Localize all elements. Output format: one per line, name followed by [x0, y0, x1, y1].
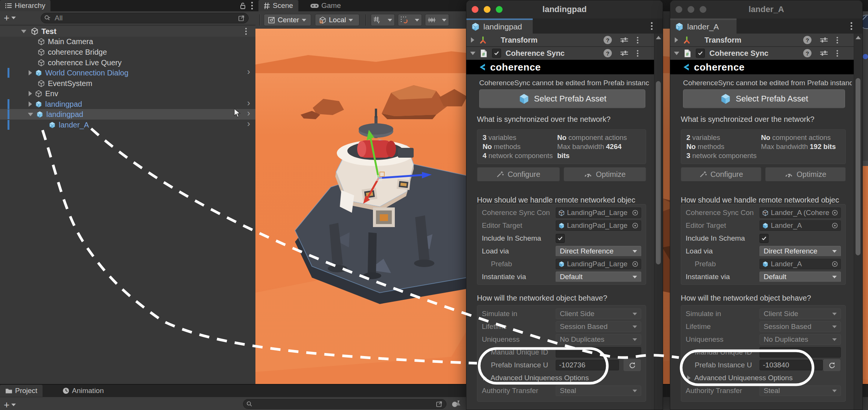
increment-snap-dropdown[interactable]: [425, 14, 449, 26]
hierarchy-item-coherence-live-query[interactable]: coherence Live Query: [0, 57, 255, 68]
asset-visibility-icon[interactable]: [451, 399, 461, 408]
hierarchy-search-input[interactable]: All: [41, 13, 249, 23]
load-via-dropdown[interactable]: Direct Reference: [760, 246, 841, 256]
create-object-button[interactable]: +: [4, 12, 16, 23]
kebab-menu-icon[interactable]: [637, 36, 639, 44]
kebab-menu-icon[interactable]: [836, 36, 838, 44]
advanced-uniqueness-foldout[interactable]: Advanced Uniqueness Options: [482, 372, 641, 384]
editor-target-object-field[interactable]: LandingPad_Large: [556, 220, 641, 231]
scroll-up-arrow[interactable]: [854, 36, 862, 39]
authority-transfer-dropdown[interactable]: Steal: [760, 385, 841, 396]
tab-game[interactable]: Game: [305, 0, 346, 11]
tab-scene[interactable]: Scene: [258, 0, 298, 11]
foldout-expanded-icon[interactable]: [28, 113, 33, 116]
simulate-in-dropdown[interactable]: Client Side: [760, 309, 841, 319]
grid-visibility-dropdown[interactable]: Y: [371, 14, 395, 26]
prefab-arrow-icon[interactable]: ›: [247, 99, 250, 107]
kebab-menu-icon[interactable]: [850, 21, 853, 31]
scroll-up-arrow[interactable]: [654, 36, 663, 39]
prefab-arrow-icon[interactable]: ›: [247, 109, 250, 117]
help-icon[interactable]: ?: [803, 49, 811, 57]
include-in-schema-checkbox[interactable]: [556, 234, 565, 243]
sync-config-object-field[interactable]: LandingPad_Large: [556, 207, 641, 218]
scrollbar-thumb[interactable]: [856, 78, 860, 255]
transform-component-header[interactable]: Transform ?: [670, 34, 854, 47]
transform-component-header[interactable]: Transform ?: [466, 34, 654, 47]
object-picker-icon[interactable]: [632, 209, 639, 216]
kebab-menu-icon[interactable]: [836, 49, 838, 57]
tab-project[interactable]: Project: [0, 385, 43, 397]
tool-handle-rotation-dropdown[interactable]: Local: [315, 14, 359, 26]
hierarchy-item-eventsystem[interactable]: EventSystem: [0, 78, 255, 89]
hierarchy-item-env[interactable]: Env: [0, 88, 255, 99]
advanced-uniqueness-foldout[interactable]: Advanced Uniqueness Options: [686, 372, 841, 384]
uniqueness-dropdown[interactable]: No Duplicates: [760, 334, 841, 345]
foldout-expanded-icon[interactable]: [21, 30, 26, 33]
grid-snapping-dropdown[interactable]: [398, 14, 422, 26]
help-icon[interactable]: ?: [604, 36, 612, 44]
sync-config-object-field[interactable]: Lander_A (Coheren: [760, 207, 841, 218]
help-icon[interactable]: ?: [803, 36, 811, 44]
presets-icon[interactable]: [820, 37, 828, 43]
instantiate-via-dropdown[interactable]: Default: [760, 272, 841, 282]
manual-unique-id-input[interactable]: [760, 347, 841, 358]
window-titlebar[interactable]: lander_A: [670, 0, 862, 19]
tab-hierarchy[interactable]: Hierarchy: [0, 0, 50, 11]
prefab-arrow-icon[interactable]: ›: [247, 68, 250, 75]
presets-icon[interactable]: [620, 37, 628, 43]
foldout-collapsed-icon[interactable]: [29, 70, 32, 75]
hierarchy-item-world-connection-dialog[interactable]: World Connection Dialog ›: [0, 68, 255, 78]
open-window-icon[interactable]: [436, 400, 443, 408]
hierarchy-item-main-camera[interactable]: Main Camera: [0, 36, 255, 47]
foldout-collapsed-icon[interactable]: [29, 101, 32, 107]
prefab-object-field[interactable]: Lander_A: [760, 259, 841, 269]
prefab-instance-uid-input[interactable]: -102736: [556, 360, 619, 370]
foldout-collapsed-icon[interactable]: [471, 37, 474, 43]
object-picker-icon[interactable]: [831, 261, 838, 267]
regenerate-uid-button[interactable]: [823, 359, 841, 372]
hierarchy-item-landingpad-1[interactable]: landingpad ›: [0, 99, 255, 109]
foldout-expanded-icon[interactable]: [674, 52, 679, 55]
inspector-tab[interactable]: lander_A: [670, 18, 737, 34]
presets-icon[interactable]: [620, 50, 628, 56]
object-picker-icon[interactable]: [831, 209, 838, 216]
coherence-sync-component-header[interactable]: # Coherence Sync ?: [670, 47, 854, 60]
configure-button[interactable]: Configure: [477, 167, 560, 181]
scrollbar[interactable]: [854, 34, 862, 410]
foldout-collapsed-icon[interactable]: [29, 91, 32, 96]
kebab-menu-icon[interactable]: [651, 21, 653, 31]
foldout-collapsed-icon[interactable]: [675, 37, 678, 43]
presets-icon[interactable]: [820, 50, 828, 56]
inspector-tab[interactable]: landingpad: [466, 18, 533, 34]
scrollbar[interactable]: [654, 34, 663, 410]
configure-button[interactable]: Configure: [681, 167, 761, 181]
hierarchy-item-coherence-bridge[interactable]: coherence Bridge: [0, 47, 255, 57]
hierarchy-scene-test[interactable]: Test: [0, 26, 255, 37]
object-picker-icon[interactable]: [831, 222, 838, 229]
include-in-schema-checkbox[interactable]: [760, 234, 769, 243]
kebab-menu-icon[interactable]: [637, 49, 639, 57]
instantiate-via-dropdown[interactable]: Default: [556, 272, 641, 282]
kebab-menu-icon[interactable]: [245, 28, 247, 35]
create-asset-button[interactable]: +: [4, 399, 16, 410]
tab-animation[interactable]: Animation: [57, 385, 109, 397]
uniqueness-dropdown[interactable]: No Duplicates: [556, 334, 641, 345]
help-icon[interactable]: ?: [604, 49, 612, 57]
tool-handle-pivot-dropdown[interactable]: Center: [264, 14, 311, 26]
unlock-icon[interactable]: [240, 2, 246, 9]
component-enabled-checkbox[interactable]: [696, 49, 705, 58]
regenerate-uid-button[interactable]: [623, 359, 641, 372]
optimize-button[interactable]: Optimize: [564, 167, 646, 181]
select-prefab-asset-button[interactable]: Select Prefab Asset: [683, 89, 845, 108]
lifetime-dropdown[interactable]: Session Based: [760, 321, 841, 332]
coherence-sync-component-header[interactable]: # Coherence Sync ?: [466, 47, 654, 60]
component-enabled-checkbox[interactable]: [492, 49, 501, 58]
open-window-icon[interactable]: [238, 14, 245, 22]
object-picker-icon[interactable]: [632, 222, 639, 229]
editor-target-object-field[interactable]: Lander_A: [760, 220, 841, 231]
simulate-in-dropdown[interactable]: Client Side: [556, 309, 641, 319]
lifetime-dropdown[interactable]: Session Based: [556, 321, 641, 332]
manual-unique-id-input[interactable]: [556, 347, 641, 358]
select-prefab-asset-button[interactable]: Select Prefab Asset: [479, 89, 645, 108]
load-via-dropdown[interactable]: Direct Reference: [556, 246, 641, 256]
